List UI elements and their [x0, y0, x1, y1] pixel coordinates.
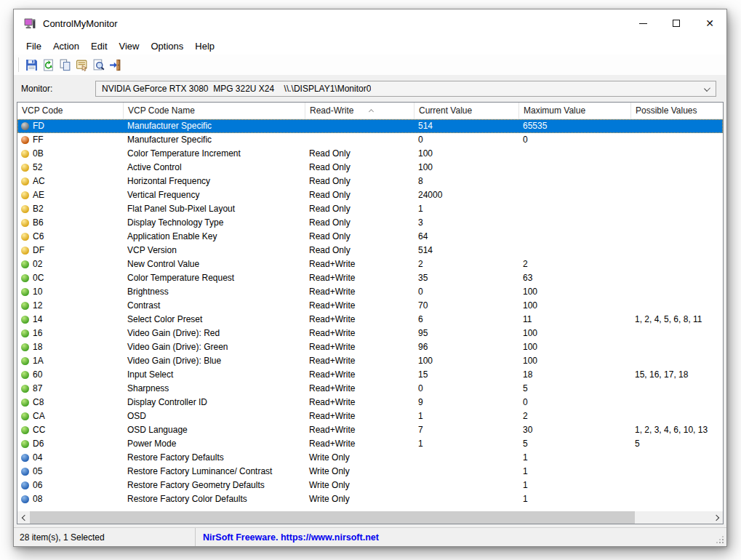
- maximum-value-cell: 65535: [519, 119, 631, 133]
- toolbar-gripper: [18, 57, 19, 72]
- possible-values-cell: [631, 175, 723, 188]
- vcp-code-cell: B2: [17, 202, 124, 216]
- table-row[interactable]: 60Input SelectRead+Write151815, 16, 17, …: [17, 368, 723, 382]
- table-row[interactable]: 06Restore Factory Geometry DefaultsWrite…: [17, 479, 723, 492]
- table-row[interactable]: DFVCP VersionRead Only514: [17, 244, 723, 257]
- column-header-possible-values[interactable]: Possible Values: [631, 103, 723, 119]
- find-button[interactable]: [90, 56, 107, 73]
- table-row[interactable]: 12ContrastRead+Write70100: [17, 299, 723, 313]
- title-bar[interactable]: ControlMyMonitor ✕: [14, 9, 726, 37]
- table-row[interactable]: 05Restore Factory Luminance/ ContrastWri…: [17, 465, 723, 479]
- maximize-button[interactable]: [660, 9, 693, 37]
- close-icon: ✕: [705, 18, 714, 28]
- refresh-button[interactable]: [40, 56, 57, 73]
- exit-button[interactable]: [107, 56, 124, 73]
- table-row[interactable]: FFManufacturer Specific00: [17, 133, 723, 147]
- table-row[interactable]: 02New Control ValueRead+Write22: [17, 257, 723, 271]
- menu-action[interactable]: Action: [47, 39, 85, 54]
- scroll-right-button[interactable]: [710, 511, 723, 524]
- table-row[interactable]: 14Select Color PresetRead+Write6111, 2, …: [17, 313, 723, 327]
- menu-options[interactable]: Options: [145, 39, 189, 54]
- properties-button[interactable]: [73, 56, 90, 73]
- table-row[interactable]: 10BrightnessRead+Write0100: [17, 285, 723, 299]
- maximum-value-cell: 2: [519, 257, 631, 271]
- column-header-current-value[interactable]: Current Value: [414, 103, 519, 119]
- vcp-code-name-cell: Sharpness: [124, 382, 305, 396]
- vcp-code-cell: CA: [17, 409, 124, 423]
- table-row[interactable]: CCOSD LanguageRead+Write7301, 2, 3, 4, 6…: [17, 423, 723, 437]
- vcp-code-name-cell: Video Gain (Drive): Red: [124, 327, 305, 340]
- menu-help[interactable]: Help: [189, 39, 220, 54]
- column-header-vcp-code[interactable]: VCP Code: [17, 103, 124, 119]
- vcp-code-name-cell: Flat Panel Sub-Pixel Layout: [124, 202, 305, 216]
- green-dot-icon: [21, 371, 29, 379]
- table-row[interactable]: 18Video Gain (Drive): GreenRead+Write961…: [17, 340, 723, 354]
- table-row[interactable]: B6Display Technology TypeRead Only3: [17, 216, 723, 230]
- column-header-read-write[interactable]: Read-Write: [305, 103, 414, 119]
- maximum-value-cell: 11: [519, 313, 631, 327]
- possible-values-cell: [631, 147, 723, 161]
- table-row[interactable]: D6Power ModeRead+Write155: [17, 437, 723, 451]
- scroll-left-button[interactable]: [17, 511, 30, 524]
- green-dot-icon: [21, 329, 29, 337]
- status-items-count: 28 item(s), 1 Selected: [14, 528, 196, 546]
- current-value-cell: 1: [414, 409, 519, 423]
- yellow-dot-icon: [21, 205, 29, 213]
- close-button[interactable]: ✕: [693, 9, 726, 37]
- read-write-cell: Read+Write: [305, 257, 414, 271]
- column-header-vcp-code-name[interactable]: VCP Code Name: [124, 103, 305, 119]
- nirsoft-link[interactable]: NirSoft Freeware. https://www.nirsoft.ne…: [196, 532, 379, 543]
- vcp-code-name-cell: Restore Factory Color Defaults: [124, 492, 305, 506]
- table-row[interactable]: C8Display Controller IDRead+Write90: [17, 396, 723, 409]
- current-value-cell: 8: [414, 175, 519, 188]
- save-button[interactable]: [23, 56, 40, 73]
- menu-view[interactable]: View: [113, 39, 145, 54]
- read-write-cell: Read+Write: [305, 299, 414, 313]
- vcp-code-cell: FF: [17, 133, 124, 147]
- vcp-code-name-cell: Select Color Preset: [124, 313, 305, 327]
- resize-grip-icon[interactable]: [716, 536, 724, 543]
- current-value-cell: 0: [414, 382, 519, 396]
- table-row[interactable]: 87SharpnessRead+Write05: [17, 382, 723, 396]
- read-write-cell: Read+Write: [305, 354, 414, 368]
- table-row[interactable]: AEVertical FrequencyRead Only24000: [17, 188, 723, 202]
- read-write-cell: Read Only: [305, 230, 414, 244]
- table-row[interactable]: CAOSDRead+Write12: [17, 409, 723, 423]
- column-header-maximum-value[interactable]: Maximum Value: [519, 103, 631, 119]
- copy-button[interactable]: [57, 56, 73, 73]
- chevron-right-icon: [713, 514, 718, 520]
- vcp-code-name-cell: Power Mode: [124, 437, 305, 451]
- menu-bar: File Action Edit View Options Help: [14, 37, 726, 55]
- toolbar: [14, 55, 726, 75]
- vcp-code-cell: CC: [17, 423, 124, 437]
- table-row[interactable]: FDManufacturer Specific51465535: [17, 119, 723, 133]
- table-row[interactable]: 0CColor Temperature RequestRead+Write356…: [17, 271, 723, 285]
- horizontal-scrollbar[interactable]: [17, 511, 723, 524]
- green-dot-icon: [21, 260, 29, 268]
- table-row[interactable]: 08Restore Factory Color DefaultsWrite On…: [17, 492, 723, 506]
- table-row[interactable]: 1AVideo Gain (Drive): BlueRead+Write1001…: [17, 354, 723, 368]
- current-value-cell: 9: [414, 396, 519, 409]
- table-row[interactable]: 04Restore Factory DefaultsWrite Only1: [17, 451, 723, 465]
- vcp-code-cell: 10: [17, 285, 124, 299]
- menu-file[interactable]: File: [20, 39, 47, 54]
- monitor-select[interactable]: NVIDIA GeForce RTX 3080 MPG 322U X24 \\.…: [95, 81, 716, 97]
- green-dot-icon: [21, 426, 29, 434]
- minimize-button[interactable]: [626, 9, 660, 37]
- scrollbar-thumb[interactable]: [30, 511, 635, 524]
- table-row[interactable]: B2Flat Panel Sub-Pixel LayoutRead Only1: [17, 202, 723, 216]
- table-body: FDManufacturer Specific51465535FFManufac…: [17, 119, 723, 511]
- table-row[interactable]: C6Application Enable KeyRead Only64: [17, 230, 723, 244]
- vcp-code-cell: 14: [17, 313, 124, 327]
- green-dot-icon: [21, 399, 29, 407]
- table-row[interactable]: 0BColor Temperature IncrementRead Only10…: [17, 147, 723, 161]
- vcp-code-cell: 52: [17, 161, 124, 175]
- table-row[interactable]: 52Active ControlRead Only100: [17, 161, 723, 175]
- menu-edit[interactable]: Edit: [85, 39, 113, 54]
- current-value-cell: 7: [414, 423, 519, 437]
- table-row[interactable]: ACHorizontal FrequencyRead Only8: [17, 175, 723, 188]
- read-write-cell: Write Only: [305, 479, 414, 492]
- read-write-cell: Read+Write: [305, 271, 414, 285]
- table-row[interactable]: 16Video Gain (Drive): RedRead+Write95100: [17, 327, 723, 340]
- read-write-cell: Write Only: [305, 465, 414, 479]
